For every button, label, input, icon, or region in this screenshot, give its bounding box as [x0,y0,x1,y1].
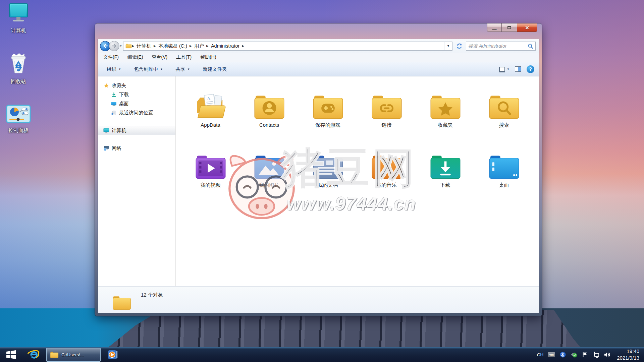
network-status-icon[interactable] [593,351,599,358]
file-item-my-videos[interactable]: 我的视频 [181,153,240,213]
breadcrumb-item[interactable]: 用户 [192,42,206,50]
maximize-button[interactable] [502,23,517,32]
file-item-appdata[interactable]: A AppData [181,93,240,153]
sidebar-item-desktop[interactable]: 桌面 [98,99,175,108]
forward-arrow-icon [111,43,118,49]
preview-pane-button[interactable] [515,66,521,72]
file-label: Contacts [259,122,279,128]
menu-bar: 文件(F) 编辑(E) 查看(V) 工具(T) 帮助(H) [98,53,539,62]
change-view-button[interactable]: ▼ [499,67,509,72]
window-inner: ▾ ▶ 计算机 ▶ 本地磁盘 (C:) ▶ 用户 ▶ Administrator… [98,39,539,313]
file-item-downloads[interactable]: 下载 [416,153,475,213]
taskbar-explorer-task[interactable]: C:\Users\... [46,348,101,362]
dropdown-arrow-icon: ▼ [187,68,190,71]
task-label: C:\Users\... [61,352,84,357]
search-box [466,42,536,51]
breadcrumb-item[interactable]: 本地磁盘 (C:) [156,42,189,50]
preview-pane-icon [515,66,521,72]
saved-games-folder-icon [312,93,344,120]
sidebar-item-network[interactable]: 网络 [98,144,175,153]
sidebar-label: 收藏夹 [112,82,126,89]
breadcrumb-item[interactable]: 计算机 [135,42,153,50]
forward-button[interactable] [109,41,119,51]
sidebar-item-recent-places[interactable]: 最近访问的位置 [98,108,175,117]
my-videos-folder-icon [195,153,227,180]
vmware-tools-icon[interactable] [571,351,577,358]
vmware-tray-icon[interactable]: vm [548,352,555,357]
window-body: ★ 收藏夹 下载 桌面 [98,76,539,286]
file-item-my-pictures[interactable]: 我的图片 [240,153,299,213]
sidebar-item-downloads[interactable]: 下载 [98,90,175,99]
action-center-flag-icon[interactable] [582,351,588,358]
bluetooth-icon[interactable] [559,351,566,358]
menu-view[interactable]: 查看(V) [152,54,168,60]
file-item-saved-games[interactable]: 保存的游戏 [299,93,357,153]
clock[interactable]: 19:40 2021/9/13 [615,348,639,362]
sidebar-label: 桌面 [119,101,129,107]
chevron-down-icon: ▼ [447,44,450,48]
file-item-my-documents[interactable]: 我的文档 [299,153,357,213]
status-folder-icon [112,294,131,311]
breadcrumb-separator-icon: ▶ [189,44,192,48]
refresh-button[interactable] [454,42,465,51]
computer-icon [7,3,30,24]
ime-indicator[interactable]: CH [537,352,544,357]
file-list: A AppData [176,76,539,286]
file-item-searches[interactable]: 搜索 [475,93,533,153]
breadcrumb-separator-icon: ▶ [132,44,135,48]
views-icon [499,67,505,72]
start-button[interactable] [0,347,22,362]
menu-help[interactable]: 帮助(H) [200,54,216,60]
item-count: 12 个对象 [141,292,163,298]
file-item-contacts[interactable]: Contacts [240,93,299,153]
help-icon: ? [527,65,534,73]
menu-file[interactable]: 文件(F) [103,54,119,60]
sidebar-item-computer[interactable]: 计算机 [98,126,175,135]
search-input[interactable] [468,43,528,49]
appdata-folder-icon: A [195,93,227,120]
share-button[interactable]: 共享▼ [171,64,194,74]
organize-label: 组织 [107,66,116,72]
breadcrumb-separator-icon: ▶ [206,44,209,48]
address-dropdown-button[interactable]: ▼ [444,42,452,50]
address-bar: ▾ ▶ 计算机 ▶ 本地磁盘 (C:) ▶ 用户 ▶ Administrator… [98,39,539,53]
breadcrumb-item[interactable]: Administrator [209,42,241,50]
close-button[interactable]: ✕ [517,23,537,32]
search-icon[interactable] [528,43,533,49]
include-in-library-button[interactable]: 包含到库中▼ [130,64,167,74]
menu-edit[interactable]: 编辑(E) [127,54,143,60]
breadcrumb[interactable]: ▶ 计算机 ▶ 本地磁盘 (C:) ▶ 用户 ▶ Administrator ▶… [123,42,452,51]
share-label: 共享 [175,66,185,72]
internet-explorer-button[interactable] [22,347,44,362]
organize-button[interactable]: 组织▼ [103,64,125,74]
breadcrumb-separator-icon: ▶ [241,44,245,48]
address-folder-icon [125,43,132,49]
file-item-links[interactable]: 链接 [357,93,416,153]
file-item-my-music[interactable]: 我的音乐 [357,153,416,213]
volume-icon[interactable] [604,351,610,358]
folder-icon [50,351,59,358]
sidebar-item-favorites[interactable]: ★ 收藏夹 [98,81,175,90]
file-item-favorites[interactable]: 收藏夹 [416,93,475,153]
recent-places-icon [111,110,117,116]
menu-tools[interactable]: 工具(T) [176,54,192,60]
control-panel-icon [6,105,31,124]
media-player-button[interactable] [103,347,123,362]
include-label: 包含到库中 [134,66,158,72]
clock-time: 19:40 [617,348,639,355]
refresh-icon [456,43,463,49]
desktop-icon-recycle-bin[interactable]: 回收站 [0,51,37,85]
my-documents-folder-icon [312,153,344,180]
help-button[interactable]: ? [527,65,534,73]
new-folder-button[interactable]: 新建文件夹 [199,64,231,74]
nav-history-dropdown-icon[interactable]: ▾ [120,44,122,48]
recycle-bin-icon [8,51,29,75]
toolbar-right: ▼ ? [499,65,534,73]
searches-folder-icon [488,93,520,120]
network-icon [103,145,109,152]
desktop-icon-computer[interactable]: 计算机 [0,3,37,34]
minimize-button[interactable]: — [487,23,502,32]
breadcrumb-separator-icon: ▶ [153,44,156,48]
file-item-desktop[interactable]: 桌面 [475,153,533,213]
desktop-icon-control-panel[interactable]: 控制面板 [0,105,37,134]
